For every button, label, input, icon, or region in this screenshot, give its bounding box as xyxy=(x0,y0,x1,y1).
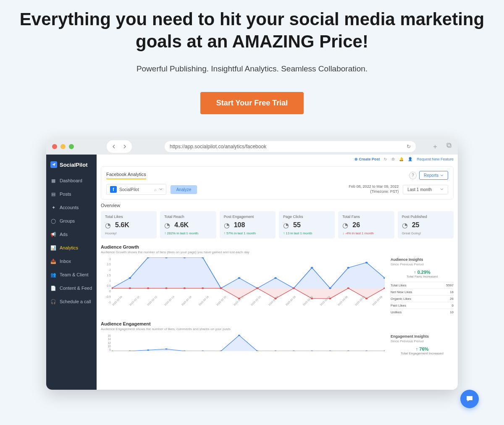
sidebar-item-label: Team & Client xyxy=(60,272,88,277)
insight-row: Total Likes5597 xyxy=(391,282,454,289)
engagement-chart: 161412108 xyxy=(101,334,385,359)
hero-headline: Everything you need to hit your social m… xyxy=(17,8,487,52)
card-value: 4.6K xyxy=(174,221,189,229)
chat-icon xyxy=(465,395,474,403)
sidebar: SocialPilot ▦Dashboard▤Posts✦Accounts◯Gr… xyxy=(46,155,97,390)
svg-point-26 xyxy=(256,287,259,289)
chat-fab[interactable] xyxy=(460,390,479,408)
start-trial-button[interactable]: Start Your Free Trial xyxy=(200,92,304,114)
tabs-icon[interactable] xyxy=(446,142,452,151)
card-label: Page Clicks xyxy=(283,215,331,219)
search-icon: ⌕ xyxy=(154,187,157,192)
sidebar-item-label: Schedule a call xyxy=(60,299,91,304)
notification-icon[interactable]: 🔔 xyxy=(399,157,404,161)
new-tab-icon[interactable]: ＋ xyxy=(432,142,438,151)
refresh-icon[interactable]: ↻ xyxy=(384,157,387,161)
sidebar-item-content-feed[interactable]: 📄Content & Feed xyxy=(46,281,97,295)
growth-desc: Audience Growth shows the number of fans… xyxy=(101,250,454,254)
card-value: 26 xyxy=(352,221,360,229)
metric-card-total-likes: Total Likes ◔5.6K Hooray! xyxy=(101,211,157,239)
sidebar-item-label: Ads xyxy=(60,232,68,237)
brand-logo[interactable]: SocialPilot xyxy=(46,158,97,174)
sidebar-item-ads[interactable]: 📢Ads xyxy=(46,228,97,241)
sidebar-item-inbox[interactable]: 📥Inbox xyxy=(46,254,97,268)
card-value: 5.6K xyxy=(115,221,129,229)
grid-icon: ▦ xyxy=(50,178,56,184)
fans-increase-stat: ↑ 0.29% xyxy=(391,270,454,275)
growth-chart: 32.521.510.50-0.5-1 2022-02-082022-02-10… xyxy=(101,257,385,312)
svg-point-3 xyxy=(129,277,131,279)
svg-point-46 xyxy=(329,350,331,351)
svg-point-24 xyxy=(220,287,222,289)
create-post-link[interactable]: ⊕ Create Post xyxy=(354,157,380,161)
card-sub: ↑ 282% in last 1 month xyxy=(164,231,212,235)
analyze-button[interactable]: Analyze xyxy=(171,185,197,194)
refresh-icon[interactable]: ↻ xyxy=(407,144,411,150)
accounts-icon: ✦ xyxy=(50,205,56,210)
minimize-window-icon[interactable] xyxy=(60,144,66,149)
insight-row: Organic Likes26 xyxy=(391,295,454,302)
svg-point-23 xyxy=(202,287,204,289)
engagement-title: Audience Engagement xyxy=(101,321,454,326)
brand-name: SocialPilot xyxy=(60,162,87,168)
sidebar-item-groups[interactable]: ◯Groups xyxy=(46,214,97,228)
card-sub: Hooray! xyxy=(105,231,152,235)
sidebar-item-accounts[interactable]: ✦Accounts xyxy=(46,201,97,214)
sidebar-item-team-client[interactable]: 👥Team & Client xyxy=(46,268,97,281)
user-icon[interactable]: 👤 xyxy=(408,157,412,161)
account-name: SocialPilot xyxy=(119,187,139,192)
metric-card-post-published: Post Published ◔25 Great Going! xyxy=(398,211,454,239)
sidebar-item-posts[interactable]: ▤Posts xyxy=(46,187,97,201)
sidebar-item-label: Content & Feed xyxy=(60,286,92,291)
logo-icon xyxy=(50,161,57,168)
settings-icon[interactable]: ⚙ xyxy=(391,157,395,161)
sidebar-item-schedule-a-call[interactable]: 🎧Schedule a call xyxy=(46,295,97,308)
help-icon[interactable]: ? xyxy=(409,172,417,179)
account-selector[interactable]: f SocialPilot ⌕ xyxy=(106,184,166,195)
request-feature-link[interactable]: Request New Feature xyxy=(417,157,454,161)
metric-icon: ◔ xyxy=(105,221,113,229)
metric-card-total-reach: Total Reach ◔4.6K ↑ 282% in last 1 month xyxy=(160,211,216,239)
sidebar-item-analytics[interactable]: 📊Analytics xyxy=(46,241,97,254)
sidebar-item-label: Posts xyxy=(60,192,71,197)
card-label: Total Fans xyxy=(342,215,390,219)
svg-point-49 xyxy=(383,350,385,351)
svg-point-13 xyxy=(311,267,313,268)
audience-insights: Audience Insights Since Previous Period … xyxy=(391,257,454,315)
inbox-icon: 📥 xyxy=(50,258,56,264)
sidebar-item-label: Accounts xyxy=(60,205,79,210)
reports-button[interactable]: Reports xyxy=(419,171,448,180)
metric-card-post-engagement: Post Engagement ◔108 ↑ 57% in last 1 mon… xyxy=(220,211,276,239)
url-text: https://app.socialpilot.co/analytics/fac… xyxy=(170,144,266,150)
engagement-increase-stat: ↑ 76% xyxy=(391,346,454,352)
main-content: ⊕ Create Post ↻ ⚙ 🔔 👤 Request New Featur… xyxy=(97,155,458,390)
url-bar[interactable]: https://app.socialpilot.co/analytics/fac… xyxy=(165,141,416,152)
svg-point-36 xyxy=(147,349,150,351)
close-window-icon[interactable] xyxy=(52,144,57,149)
growth-title: Audience Growth xyxy=(101,244,454,249)
svg-rect-0 xyxy=(447,143,450,147)
svg-point-41 xyxy=(238,335,241,336)
posts-icon: ▤ xyxy=(50,191,56,197)
card-sub: Great Going! xyxy=(402,231,449,235)
card-value: 108 xyxy=(234,221,245,229)
card-label: Total Likes xyxy=(105,215,152,219)
svg-point-31 xyxy=(347,287,350,289)
sidebar-item-label: Groups xyxy=(60,218,75,223)
groups-icon: ◯ xyxy=(50,218,56,224)
maximize-window-icon[interactable] xyxy=(69,144,74,149)
forward-button[interactable] xyxy=(119,142,130,151)
period-selector[interactable]: Last 1 month xyxy=(403,185,448,194)
date-range-text: Feb 08, 2022 to Mar 09, 2022 (Timezone: … xyxy=(349,184,399,194)
svg-point-16 xyxy=(365,262,368,263)
card-sub: ↑ 57% in last 1 month xyxy=(224,231,271,235)
svg-point-48 xyxy=(365,350,368,351)
svg-point-28 xyxy=(293,287,295,289)
hero-subhead: Powerful Publishing. Insightful Analytic… xyxy=(17,64,487,73)
svg-point-35 xyxy=(129,350,131,351)
svg-point-38 xyxy=(184,350,186,351)
back-button[interactable] xyxy=(108,142,119,151)
sidebar-item-dashboard[interactable]: ▦Dashboard xyxy=(46,174,97,187)
metric-card-total-fans: Total Fans ◔26 ↓ -4% in last 1 month xyxy=(338,211,394,239)
card-sub: ↑ 13 in last 1 month xyxy=(283,231,331,235)
